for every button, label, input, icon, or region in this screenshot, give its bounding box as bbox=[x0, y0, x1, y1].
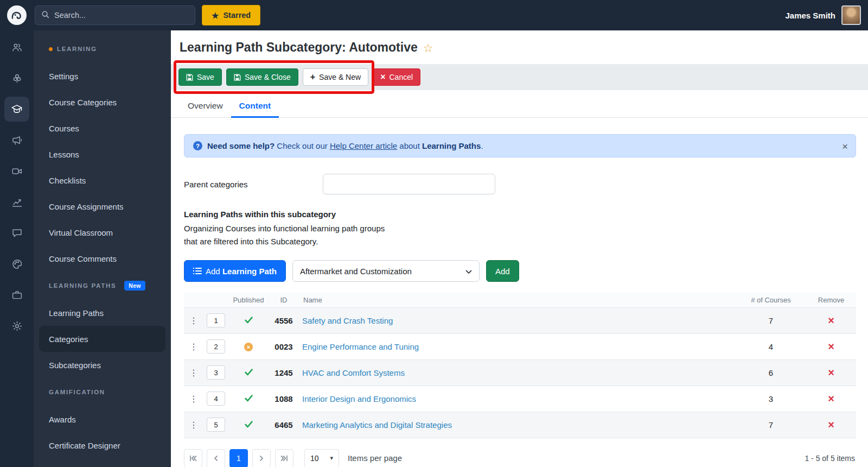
sidebar-item-course-comments[interactable]: Course Comments bbox=[34, 245, 171, 272]
library-icon[interactable] bbox=[4, 282, 29, 307]
save-disk-icon bbox=[234, 74, 241, 81]
add-learning-path-row: Add Learning Path Aftermarket and Custom… bbox=[184, 260, 856, 282]
last-page-icon[interactable] bbox=[275, 449, 293, 467]
sidebar-item-categories[interactable]: Categories bbox=[39, 326, 165, 352]
user-name: James Smith bbox=[785, 11, 835, 20]
users-icon[interactable] bbox=[4, 35, 29, 60]
sidebar-section-learning: LEARNING bbox=[34, 35, 171, 63]
remove-icon[interactable]: × bbox=[828, 315, 834, 326]
learning-path-link[interactable]: Engine Performance and Tuning bbox=[302, 342, 419, 351]
help-center-link[interactable]: Help Center article bbox=[330, 141, 397, 150]
drag-handle-icon[interactable]: ⋮ bbox=[189, 420, 198, 430]
previous-page-icon[interactable] bbox=[207, 449, 225, 467]
favorite-star-icon[interactable]: ☆ bbox=[423, 42, 433, 54]
learning-path-select[interactable]: Aftermarket and Customization bbox=[292, 260, 480, 282]
remove-icon[interactable]: × bbox=[828, 393, 834, 404]
search-input[interactable] bbox=[54, 11, 189, 20]
search-icon bbox=[41, 10, 49, 21]
parent-categories-row: Parent categories bbox=[184, 174, 856, 194]
sidebar-item-virtual-classroom[interactable]: Virtual Classroom bbox=[34, 219, 171, 245]
media-icon[interactable] bbox=[4, 159, 29, 184]
drag-column-header bbox=[184, 293, 203, 307]
published-check-icon bbox=[245, 394, 253, 403]
order-input[interactable] bbox=[207, 392, 225, 406]
drag-handle-icon[interactable]: ⋮ bbox=[189, 342, 198, 352]
learning-path-link[interactable]: Marketing Analytics and Digital Strategi… bbox=[302, 420, 452, 430]
id-column-header: ID bbox=[269, 293, 299, 307]
page-size-value: 10 bbox=[310, 454, 319, 463]
reports-icon[interactable] bbox=[4, 190, 29, 214]
course-count: 3 bbox=[736, 386, 806, 412]
courses-column-header: # of Courses bbox=[736, 293, 806, 307]
starred-button[interactable]: ★ Starred bbox=[202, 5, 260, 26]
row-id: 1088 bbox=[269, 386, 299, 412]
help-question-icon: ? bbox=[193, 141, 202, 150]
add-learning-path-button[interactable]: Add Learning Path bbox=[184, 260, 286, 282]
order-input[interactable] bbox=[207, 313, 225, 327]
learning-path-link[interactable]: Interior Design and Ergonomics bbox=[302, 394, 416, 403]
cancel-button[interactable]: × Cancel bbox=[373, 68, 420, 86]
remove-icon[interactable]: × bbox=[828, 419, 834, 430]
drag-handle-icon[interactable]: ⋮ bbox=[189, 368, 198, 378]
sidebar-item-courses[interactable]: Courses bbox=[34, 115, 171, 141]
page-size-select[interactable]: 10 ▾ bbox=[304, 449, 339, 467]
sidebar-item-course-categories[interactable]: Course Categories bbox=[34, 89, 171, 115]
published-check-icon bbox=[245, 316, 253, 325]
sidebar-item-lessons[interactable]: Lessons bbox=[34, 141, 171, 167]
alert-text: Need some help? Check out our Help Cente… bbox=[207, 141, 483, 150]
tab-bar: Overview Content bbox=[171, 97, 868, 118]
remove-column-header: Remove bbox=[806, 293, 856, 307]
app-logo-elephant-icon[interactable] bbox=[0, 5, 34, 26]
learning-icon[interactable] bbox=[4, 97, 29, 122]
teams-icon[interactable] bbox=[4, 66, 29, 91]
sidebar-item-checklists[interactable]: Checklists bbox=[34, 167, 171, 193]
chevron-down-icon bbox=[465, 267, 472, 276]
drag-handle-icon[interactable]: ⋮ bbox=[189, 315, 198, 326]
parent-categories-input[interactable] bbox=[323, 174, 495, 194]
sidebar-item-subcategories[interactable]: Subcategories bbox=[34, 352, 171, 378]
save-new-button[interactable]: + Save & New bbox=[303, 68, 368, 86]
sidebar-item-certificate-designer[interactable]: Certificate Designer bbox=[34, 432, 171, 458]
remove-icon[interactable]: × bbox=[828, 341, 834, 352]
tab-overview[interactable]: Overview bbox=[180, 97, 231, 117]
messages-icon[interactable] bbox=[4, 220, 29, 245]
tab-content[interactable]: Content bbox=[231, 97, 279, 118]
course-count: 6 bbox=[736, 359, 806, 386]
first-page-icon[interactable] bbox=[184, 449, 202, 467]
new-badge: New bbox=[124, 281, 145, 291]
section-heading: Learning Paths within this subcategory bbox=[184, 210, 856, 219]
learning-path-link[interactable]: Safety and Crash Testing bbox=[302, 316, 393, 325]
sidebar-section-gamification: GAMIFICATION bbox=[34, 378, 171, 406]
published-check-icon bbox=[245, 368, 253, 377]
announcements-icon[interactable] bbox=[4, 128, 29, 153]
action-toolbar: Save Save & Close + Save & New × Cancel bbox=[171, 64, 868, 90]
search-box[interactable] bbox=[35, 5, 195, 25]
topbar-user-area: James Smith bbox=[785, 5, 868, 25]
sidebar-item-awards[interactable]: Awards bbox=[34, 406, 171, 432]
order-input[interactable] bbox=[207, 339, 225, 354]
pagination-bar: 1 10 ▾ Items per page 1 - 5 of 5 items bbox=[184, 449, 856, 467]
row-id: 6465 bbox=[269, 412, 299, 438]
current-page-button[interactable]: 1 bbox=[229, 449, 248, 467]
course-count: 4 bbox=[736, 333, 806, 359]
remove-icon[interactable]: × bbox=[828, 367, 834, 378]
sidebar-item-course-assignments[interactable]: Course Assignments bbox=[34, 193, 171, 219]
plus-icon: + bbox=[310, 73, 315, 81]
settings-gear-icon[interactable] bbox=[4, 313, 29, 338]
learning-path-link[interactable]: HVAC and Comfort Systems bbox=[302, 368, 405, 377]
table-header-row: Published ID Name # of Courses Remove bbox=[184, 293, 856, 307]
design-icon[interactable] bbox=[4, 251, 29, 276]
user-avatar[interactable] bbox=[841, 5, 861, 25]
next-page-icon[interactable] bbox=[252, 449, 271, 467]
table-row: ⋮ 4556 Safety and Crash Testing 7 × bbox=[184, 307, 856, 333]
save-button[interactable]: Save bbox=[178, 68, 222, 86]
order-input[interactable] bbox=[207, 418, 225, 432]
sidebar-item-settings[interactable]: Settings bbox=[34, 63, 171, 89]
save-close-button[interactable]: Save & Close bbox=[226, 68, 298, 86]
order-input[interactable] bbox=[207, 365, 225, 380]
published-check-icon bbox=[245, 420, 253, 430]
alert-close-icon[interactable]: × bbox=[842, 141, 848, 151]
sidebar-item-learning-paths[interactable]: Learning Paths bbox=[34, 300, 171, 326]
drag-handle-icon[interactable]: ⋮ bbox=[189, 394, 198, 404]
add-button[interactable]: Add bbox=[486, 260, 519, 282]
